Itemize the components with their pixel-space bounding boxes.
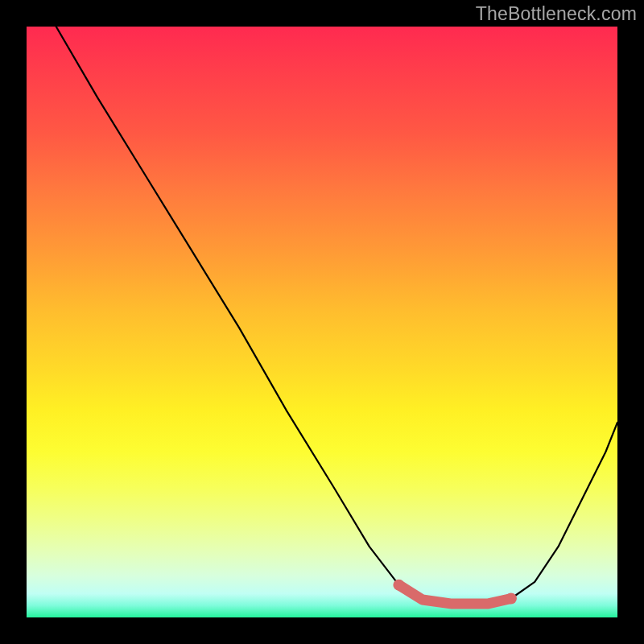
chart-frame: TheBottleneck.com [0, 0, 644, 644]
plot-area [27, 27, 617, 617]
optimal-range-path [398, 585, 510, 604]
watermark-text: TheBottleneck.com [476, 3, 637, 25]
curve-layer [27, 27, 617, 617]
optimal-range-end-dot [506, 593, 517, 605]
optimal-range-start-dot [393, 580, 404, 591]
bottleneck-curve-path [56, 27, 617, 604]
